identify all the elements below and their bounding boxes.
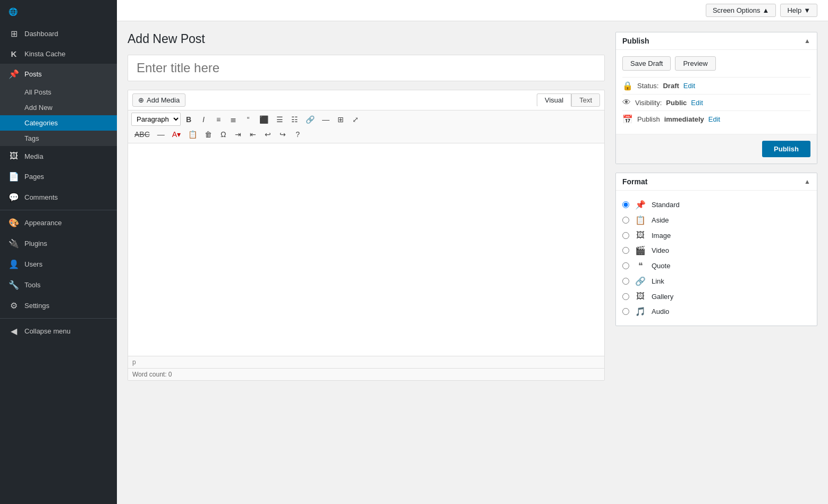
format-label-standard: Standard <box>652 201 680 209</box>
redo-button[interactable]: ↪ <box>276 128 290 141</box>
toolbar-row2: ABC — A▾ 📋 🗑 Ω ⇥ ⇤ ↩ ↪ ? <box>131 128 601 141</box>
publish-box-header[interactable]: Publish ▲ <box>616 32 817 50</box>
format-option-gallery[interactable]: 🖼 Gallery <box>622 289 810 304</box>
tab-visual[interactable]: Visual <box>537 93 571 107</box>
sidebar-item-media[interactable]: 🖼 Media <box>0 146 117 166</box>
publish-time-edit-link[interactable]: Edit <box>708 115 720 123</box>
publish-actions: Save Draft Preview <box>622 56 810 71</box>
more-button[interactable]: — <box>319 113 333 126</box>
ordered-list-button[interactable]: ≣ <box>226 113 240 126</box>
format-radio-image[interactable] <box>622 232 629 239</box>
format-label-image: Image <box>652 232 671 240</box>
sidebar-item-add-new[interactable]: Add New <box>0 100 117 115</box>
format-collapse-icon: ▲ <box>804 178 810 185</box>
bold-button[interactable]: B <box>182 113 196 126</box>
visibility-row: 👁 Visibility: Public Edit <box>622 94 810 110</box>
publish-box-title: Publish <box>622 37 649 45</box>
visibility-icon: 👁 <box>622 98 631 107</box>
format-icon-gallery: 🖼 <box>635 292 646 301</box>
format-option-image[interactable]: 🖼 Image <box>622 228 810 243</box>
format-radio-video[interactable] <box>622 247 629 254</box>
sidebar-item-categories[interactable]: Categories <box>0 115 117 131</box>
add-media-button[interactable]: ⊕ Add Media <box>132 93 185 107</box>
format-radio-link[interactable] <box>622 278 629 285</box>
align-center-button[interactable]: ☰ <box>273 113 286 126</box>
format-option-aside[interactable]: 📋 Aside <box>622 212 810 228</box>
screen-options-button[interactable]: Screen Options ▲ <box>706 4 776 17</box>
help-editor-button[interactable]: ? <box>291 128 305 141</box>
visibility-edit-link[interactable]: Edit <box>691 99 703 107</box>
unordered-list-button[interactable]: ≡ <box>212 113 225 126</box>
sidebar-item-collapse[interactable]: ◀ Collapse menu <box>0 321 117 341</box>
format-radio-audio[interactable] <box>622 308 629 315</box>
format-radio-gallery[interactable] <box>622 293 629 300</box>
format-option-audio[interactable]: 🎵 Audio <box>622 304 810 319</box>
indent-button[interactable]: ⇥ <box>231 128 245 141</box>
preview-button[interactable]: Preview <box>675 56 715 71</box>
sidebar-item-settings[interactable]: ⚙ Settings <box>0 295 117 316</box>
toolbar-toggle-button[interactable]: ⊞ <box>334 113 348 126</box>
visibility-label: Visibility: <box>635 99 662 107</box>
sidebar-item-all-posts[interactable]: All Posts <box>0 84 117 100</box>
visual-text-tabs: Visual Text <box>537 93 600 107</box>
format-box-header[interactable]: Format ▲ <box>616 173 817 191</box>
status-value: Draft <box>663 82 679 90</box>
status-edit-link[interactable]: Edit <box>683 82 695 90</box>
text-color-button[interactable]: A▾ <box>169 128 184 141</box>
link-button[interactable]: 🔗 <box>302 113 318 126</box>
align-left-button[interactable]: ⬛ <box>256 113 272 126</box>
media-icon: 🖼 <box>9 151 19 161</box>
collapse-label: Collapse menu <box>24 327 71 335</box>
special-char-button[interactable]: Ω <box>216 128 230 141</box>
save-draft-button[interactable]: Save Draft <box>622 56 671 71</box>
sidebar-item-posts[interactable]: 📌 Posts <box>0 64 117 84</box>
format-radio-standard[interactable] <box>622 201 629 208</box>
post-title-input[interactable] <box>128 55 605 81</box>
fullscreen-button[interactable]: ⤢ <box>349 113 362 126</box>
format-radio-aside[interactable] <box>622 217 629 224</box>
undo-button[interactable]: ↩ <box>261 128 275 141</box>
format-option-link[interactable]: 🔗 Link <box>622 274 810 289</box>
publish-time-value: immediately <box>664 115 704 123</box>
sidebar-item-plugins[interactable]: 🔌 Plugins <box>0 233 117 254</box>
italic-button[interactable]: I <box>197 113 210 126</box>
sidebar-label-pages: Pages <box>24 173 44 181</box>
main-content: Screen Options ▲ Help ▼ Add New Post ⊕ A… <box>117 0 828 504</box>
format-option-video[interactable]: 🎬 Video <box>622 243 810 258</box>
strikethrough-button[interactable]: ABC <box>131 128 153 141</box>
publish-btn-label: Publish <box>774 145 799 153</box>
help-button[interactable]: Help ▼ <box>780 4 817 17</box>
tools-icon: 🔧 <box>9 280 19 290</box>
format-icon-video: 🎬 <box>635 245 646 255</box>
format-option-standard[interactable]: 📌 Standard <box>622 197 810 212</box>
topbar: Screen Options ▲ Help ▼ <box>117 0 828 21</box>
screen-options-chevron-icon: ▲ <box>763 6 770 14</box>
sidebar-item-comments[interactable]: 💬 Comments <box>0 187 117 208</box>
format-radio-quote[interactable] <box>622 262 629 269</box>
format-option-quote[interactable]: ❝ Quote <box>622 258 810 274</box>
align-right-button[interactable]: ☷ <box>288 113 301 126</box>
blockquote-button[interactable]: “ <box>241 113 255 126</box>
paste-from-word-button[interactable]: 📋 <box>185 128 200 141</box>
paragraph-select[interactable]: Paragraph <box>131 113 181 126</box>
posts-icon: 📌 <box>9 69 19 79</box>
sidebar-item-pages[interactable]: 📄 Pages <box>0 166 117 187</box>
word-count-value: 0 <box>168 371 172 378</box>
editor-content-area[interactable] <box>128 143 604 356</box>
hr-button[interactable]: — <box>154 128 168 141</box>
format-icon-audio: 🎵 <box>635 306 646 317</box>
sidebar-item-appearance[interactable]: 🎨 Appearance <box>0 212 117 233</box>
sidebar-item-tags[interactable]: Tags <box>0 131 117 146</box>
format-label-audio: Audio <box>652 307 669 315</box>
sidebar-item-tools[interactable]: 🔧 Tools <box>0 275 117 295</box>
sidebar-item-users[interactable]: 👤 Users <box>0 254 117 275</box>
tab-text[interactable]: Text <box>571 93 600 107</box>
publish-button[interactable]: Publish <box>762 141 810 157</box>
sidebar-label-appearance: Appearance <box>24 219 62 227</box>
tags-label: Tags <box>24 134 39 142</box>
sidebar-item-dashboard[interactable]: ⊞ Dashboard <box>0 23 117 44</box>
clear-formatting-button[interactable]: 🗑 <box>201 128 215 141</box>
outdent-button[interactable]: ⇤ <box>246 128 260 141</box>
sidebar-item-kinsta[interactable]: K Kinsta Cache <box>0 44 117 64</box>
sidebar-label-comments: Comments <box>24 193 58 201</box>
